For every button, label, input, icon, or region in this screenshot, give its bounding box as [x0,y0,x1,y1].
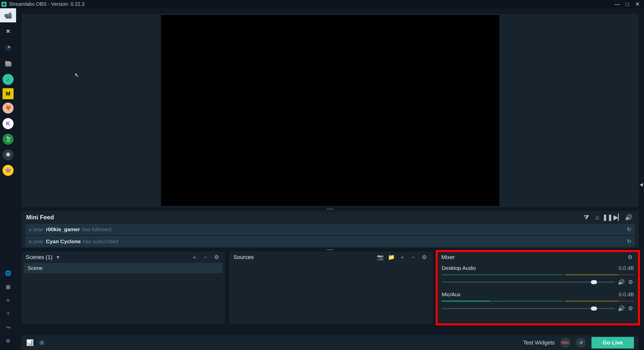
audio-level: 0.0 dB [619,291,634,297]
close-button[interactable]: ✕ [632,1,642,8]
source-folder-icon[interactable]: 📁 [387,254,395,261]
mini-feed-title: Mini Feed [26,214,54,221]
svg-point-0 [3,3,5,6]
mixer-panel: Mixer ⚙ Desktop Audio 0.0 dB ⋮⋮ [437,252,638,324]
sidebar-globe[interactable]: 🌐 [0,269,16,278]
source-add-icon[interactable]: ＋ [398,254,407,261]
sidebar-grid[interactable]: ▦ [0,282,16,291]
audio-name: Desktop Audio [442,265,476,271]
volume-slider-thumb[interactable]: ⋮⋮ [591,307,597,311]
fox-icon: 🦊 [5,105,12,111]
sidebar-app-k[interactable]: K [3,118,14,129]
collapse-right-icon[interactable]: ◂ [638,179,644,189]
preview-area[interactable]: ↖ [22,14,638,207]
panel-resize-handle[interactable] [16,248,644,252]
app-logo-icon [2,2,7,7]
scene-remove-icon[interactable]: − [201,254,210,261]
window-title: Streamlabs OBS - Version: 0.22.3 [9,1,612,7]
sidebar-settings[interactable]: ⚙ [0,336,16,345]
audio-settings-icon[interactable]: ⚙ [627,305,634,312]
skip-icon[interactable]: ▶▏ [613,214,623,221]
sidebar-app-puzzle[interactable]: ✱ [3,149,14,160]
source-remove-icon[interactable]: − [409,254,418,261]
sidebar-store[interactable]: 🏬 [0,57,16,71]
feed-action: has followed [82,226,111,232]
mini-feed-panel: Mini Feed ⧩ ♫ ❚❚ ▶▏ 🔊 a year r00kie_game… [22,211,638,248]
leaf-icon: 🍃 [5,136,12,142]
mouse-cursor-icon: ↖ [74,72,79,79]
scenes-dropdown-icon[interactable]: ▾ [55,254,61,261]
scene-add-icon[interactable]: ＋ [190,254,199,261]
settings-icon: ⚙ [6,338,10,344]
bottom-bar: 📊 i Test Widgets REC ↺ Go Live [22,335,638,350]
audio-settings-icon[interactable]: ⚙ [627,279,634,285]
source-settings-icon[interactable]: ⚙ [420,254,429,261]
scene-settings-icon[interactable]: ⚙ [212,254,221,261]
go-live-button[interactable]: Go Live [591,337,634,348]
audio-meter [442,301,634,302]
record-button[interactable]: REC [560,338,570,348]
themes-icon: ✖ [6,28,10,35]
volume-slider[interactable]: ⋮⋮ [442,308,615,309]
audio-source: Mic/Aux 0.0 dB ⋮⋮ 🔊 ⚙ [437,289,638,316]
volume-slider[interactable]: ⋮⋮ [442,282,615,283]
loop-icon: ♪ [7,76,10,83]
sources-title: Sources [233,254,254,261]
title-bar: Streamlabs OBS - Version: 0.22.3 — □ ✕ [0,0,644,8]
sidebar-app-monster[interactable]: 👾 [3,165,14,176]
panel-resize-handle[interactable] [16,207,644,211]
audio-meter [442,274,634,275]
volume-icon[interactable]: 🔊 [623,214,634,221]
pause-icon[interactable]: ❚❚ [602,214,613,221]
feed-user: Cyan Cyclone [46,238,81,244]
sidebar-editor[interactable]: 📹 [0,8,16,22]
sidebar-app-fox[interactable]: 🦊 [3,103,14,114]
sidebar-logout[interactable]: ↪ [0,323,16,332]
sidebar-app-m[interactable]: M [3,88,14,99]
mute-icon[interactable]: 🔊 [618,279,624,285]
sidebar-chat[interactable]: ◔ [0,40,16,55]
filter-icon[interactable]: ⧩ [581,214,592,221]
test-widgets-button[interactable]: Test Widgets [523,339,555,346]
audio-level: 0.0 dB [619,265,634,271]
editor-icon: 📹 [4,12,12,19]
grid-icon: ▦ [6,284,11,290]
monster-icon: 👾 [5,167,12,174]
k-icon: K [6,120,10,127]
feed-row: a year Cyan Cyclone has subscribed ↻ [25,236,635,247]
feed-row: a year r00kie_gamer has followed ↻ [25,224,635,235]
mute-icon[interactable]: 🔊 [618,305,624,312]
sidebar-app-leaf[interactable]: 🍃 [3,134,14,145]
puzzle-icon: ✱ [6,152,10,158]
maximize-button[interactable]: □ [622,1,632,8]
audio-meter-live [442,301,490,302]
m-icon: M [6,90,10,97]
store-icon: 🏬 [5,60,12,67]
music-icon[interactable]: ♫ [592,214,602,221]
minimize-button[interactable]: — [612,1,622,8]
sidebar-themes[interactable]: ✖ [0,24,16,38]
scenes-panel: Scenes (1) ▾ ＋ − ⚙ Scene [22,252,225,324]
sources-panel: Sources 📷 📁 ＋ − ⚙ [229,252,433,324]
audio-source: Desktop Audio 0.0 dB ⋮⋮ 🔊 ⚙ [437,263,638,289]
volume-slider-thumb[interactable]: ⋮⋮ [591,280,597,284]
sidebar-bars[interactable]: ≡ [0,296,16,305]
sidebar-app-loop[interactable]: ♪ [3,74,14,85]
scene-item[interactable]: Scene [24,263,222,273]
preview-canvas[interactable] [161,15,499,206]
feed-time: a year [29,226,43,232]
source-webcam-icon[interactable]: 📷 [376,254,384,261]
sidebar-help[interactable]: ? [0,309,16,318]
bars-icon: ≡ [7,297,10,303]
mixer-title: Mixer [441,254,455,261]
stats-icon[interactable]: 📊 [26,339,34,346]
feed-replay-icon[interactable]: ↻ [627,226,631,232]
replay-buffer-button[interactable]: ↺ [576,338,586,348]
feed-replay-icon[interactable]: ↻ [627,238,631,244]
info-icon[interactable]: i [39,340,44,345]
globe-icon: 🌐 [5,270,11,276]
chat-icon: ◔ [6,44,11,51]
mixer-settings-icon[interactable]: ⚙ [626,254,634,261]
feed-user: r00kie_gamer [46,226,80,232]
feed-time: a year [29,238,43,244]
